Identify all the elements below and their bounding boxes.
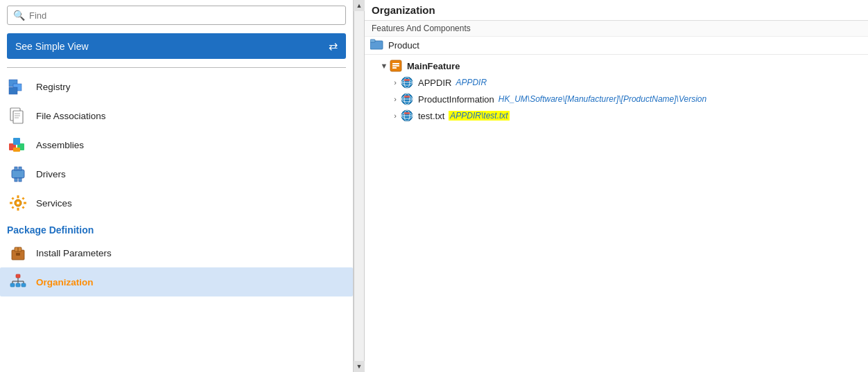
toggle-appdir[interactable]: › (390, 78, 401, 87)
svg-rect-24 (21, 197, 24, 200)
svg-rect-44 (392, 65, 399, 67)
svg-rect-43 (392, 63, 399, 64)
product-folder-icon (370, 39, 384, 52)
assemblies-label: Assemblies (36, 140, 84, 150)
svg-rect-33 (16, 283, 20, 287)
svg-rect-19 (17, 195, 19, 198)
productinformation-icon (401, 93, 413, 105)
svg-rect-12 (12, 170, 24, 178)
services-icon (7, 193, 29, 213)
file-assoc-icon (7, 106, 29, 125)
svg-point-18 (17, 202, 19, 204)
testtxt-label: test.txt (418, 111, 444, 121)
svg-rect-22 (24, 202, 26, 204)
mainfeature-icon (390, 60, 402, 72)
assemblies-icon (7, 135, 29, 154)
sidebar-item-drivers[interactable]: Drivers (0, 159, 353, 188)
tree-node-testtxt[interactable]: › test.txt APPDIR\test.txt (365, 107, 868, 124)
swap-icon: ⇄ (329, 39, 338, 53)
registry-icon (7, 77, 29, 96)
divider (7, 67, 346, 68)
organization-icon (7, 272, 29, 292)
sidebar-item-registry[interactable]: Registry (0, 72, 353, 101)
install-params-icon (7, 243, 29, 263)
organization-label: Organization (36, 277, 94, 287)
svg-rect-30 (16, 253, 20, 256)
svg-rect-21 (10, 202, 12, 204)
svg-rect-26 (21, 206, 24, 209)
drivers-label: Drivers (36, 169, 66, 179)
productinformation-sublabel: HK_UM\Software\[Manufacturer]\[ProductNa… (498, 94, 706, 104)
left-panel: 🔍 See Simple View ⇄ Registry (0, 0, 354, 372)
appdir-label: APPDIR (418, 78, 451, 88)
scroll-down-arrow[interactable]: ▼ (354, 361, 365, 372)
testtxt-icon (401, 109, 413, 122)
productinformation-label: ProductInformation (418, 94, 494, 105)
svg-rect-45 (392, 67, 397, 69)
scrollbar[interactable]: ▲ ▼ (354, 0, 365, 372)
tree-area: ▼ MainFeature › (365, 55, 868, 372)
appdir-sublabel: APPDIR (455, 78, 487, 87)
testtxt-sublabel: APPDIR\test.txt (449, 111, 509, 121)
toggle-testtxt[interactable]: › (390, 112, 401, 120)
appdir-icon (401, 76, 413, 89)
svg-rect-10 (13, 138, 20, 145)
search-icon: 🔍 (13, 10, 25, 21)
tree-node-appdir[interactable]: › APPDIR APPDIR (365, 74, 868, 91)
svg-rect-11 (13, 148, 20, 152)
product-row[interactable]: Product (365, 37, 868, 55)
tree-node-productinformation[interactable]: › ProductInformation HK_UM\Software\[Man… (365, 91, 868, 107)
scroll-up-arrow[interactable]: ▲ (354, 0, 365, 11)
svg-rect-15 (15, 178, 17, 181)
svg-rect-25 (11, 206, 14, 209)
toggle-mainfeature[interactable]: ▼ (379, 62, 390, 70)
simple-view-button[interactable]: See Simple View ⇄ (7, 33, 346, 59)
svg-rect-14 (19, 167, 21, 170)
svg-rect-13 (15, 167, 17, 170)
file-associations-label: File Associations (36, 111, 106, 121)
sidebar-item-assemblies[interactable]: Assemblies (0, 130, 353, 159)
services-label: Services (36, 198, 72, 209)
drivers-icon (7, 164, 29, 184)
right-panel-subheader: Features And Components (365, 21, 868, 37)
svg-rect-23 (11, 197, 14, 200)
sidebar-item-services[interactable]: Services (0, 188, 353, 218)
svg-rect-20 (17, 208, 19, 211)
svg-rect-55 (404, 96, 410, 98)
package-definition-header: Package Definition (0, 218, 353, 238)
search-input[interactable] (29, 10, 340, 21)
svg-rect-2 (9, 87, 17, 94)
product-label: Product (388, 40, 419, 51)
install-parameters-label: Install Parameters (36, 248, 112, 258)
sidebar-item-organization[interactable]: Organization (0, 267, 353, 296)
search-bar: 🔍 (7, 6, 346, 25)
toggle-productinformation[interactable]: › (390, 95, 401, 103)
mainfeature-label: MainFeature (407, 61, 460, 71)
svg-rect-31 (16, 274, 20, 278)
svg-rect-34 (21, 283, 26, 287)
svg-rect-16 (19, 178, 21, 181)
sidebar-item-file-associations[interactable]: File Associations (0, 101, 353, 130)
svg-rect-4 (13, 111, 23, 123)
registry-label: Registry (36, 82, 71, 92)
simple-view-label: See Simple View (15, 41, 89, 52)
svg-rect-32 (10, 283, 15, 287)
sidebar-item-install-parameters[interactable]: Install Parameters (0, 238, 353, 267)
svg-rect-60 (404, 112, 410, 114)
right-panel-title: Organization (365, 0, 868, 21)
right-panel: Organization Features And Components Pro… (365, 0, 868, 372)
tree-node-mainfeature[interactable]: ▼ MainFeature (365, 57, 868, 74)
scroll-track[interactable] (354, 11, 364, 361)
svg-rect-41 (370, 39, 375, 42)
svg-rect-50 (404, 79, 410, 81)
